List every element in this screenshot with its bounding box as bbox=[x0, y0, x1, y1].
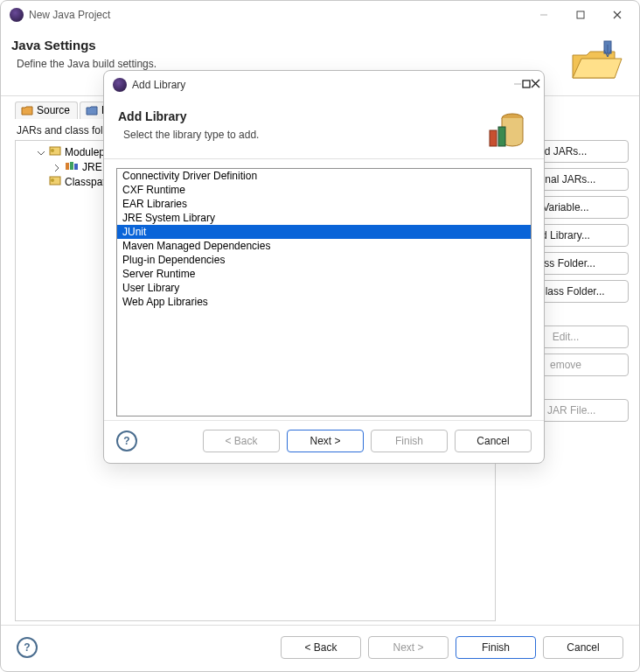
classpath-icon bbox=[49, 175, 61, 188]
wizard-title: Java Settings bbox=[11, 38, 567, 52]
add-library-dialog: Add Library Add Library Select the libra… bbox=[103, 70, 545, 464]
svg-point-8 bbox=[51, 178, 54, 182]
dialog-help-button[interactable]: ? bbox=[116, 430, 137, 452]
tab-label: Source bbox=[37, 104, 70, 116]
dialog-footer: ? < Back Next > Finish Cancel bbox=[104, 420, 544, 463]
expanded-twisty-icon[interactable] bbox=[37, 148, 45, 157]
library-list-item[interactable]: Maven Managed Dependencies bbox=[117, 239, 531, 253]
svg-rect-6 bbox=[74, 164, 78, 170]
svg-rect-4 bbox=[66, 163, 69, 170]
library-jar-icon bbox=[483, 106, 530, 150]
back-button[interactable]: < Back bbox=[281, 636, 361, 659]
source-folder-icon bbox=[21, 104, 33, 116]
cancel-button[interactable]: Cancel bbox=[543, 636, 623, 659]
wizard-footer: ? < Back Next > Finish Cancel bbox=[1, 625, 639, 671]
dialog-finish-button: Finish bbox=[371, 430, 448, 452]
wizard-subtitle: Define the Java build settings. bbox=[17, 58, 567, 70]
library-list-item[interactable]: CXF Runtime bbox=[117, 183, 531, 197]
folder-wizard-icon bbox=[567, 36, 623, 87]
dialog-titlebar: Add Library bbox=[104, 71, 544, 99]
dialog-minimize-button bbox=[513, 79, 522, 91]
library-list-item[interactable]: JRE System Library bbox=[117, 211, 531, 225]
dialog-maximize-button[interactable] bbox=[522, 79, 531, 91]
twisty-placeholder bbox=[37, 178, 45, 186]
dialog-cancel-button[interactable]: Cancel bbox=[455, 430, 532, 452]
library-type-list[interactable]: Connectivity Driver DefinitionCXF Runtim… bbox=[116, 168, 532, 416]
library-icon bbox=[65, 160, 79, 173]
svg-rect-11 bbox=[490, 130, 497, 146]
library-list-item[interactable]: Server Runtime bbox=[117, 267, 531, 281]
eclipse-icon bbox=[113, 78, 127, 92]
dialog-back-button: < Back bbox=[203, 430, 280, 452]
dialog-title: Add Library bbox=[127, 79, 513, 91]
collapsed-twisty-icon[interactable] bbox=[52, 163, 61, 172]
library-list-item[interactable]: EAR Libraries bbox=[117, 197, 531, 211]
help-button[interactable]: ? bbox=[17, 637, 38, 658]
eclipse-icon bbox=[10, 8, 24, 22]
next-button: Next > bbox=[368, 636, 449, 659]
svg-point-3 bbox=[51, 149, 54, 152]
close-button[interactable] bbox=[599, 3, 636, 27]
tab-source[interactable]: Source bbox=[15, 102, 78, 119]
svg-rect-5 bbox=[70, 162, 73, 170]
svg-rect-0 bbox=[577, 11, 584, 18]
modulepath-icon bbox=[49, 145, 61, 158]
projects-icon bbox=[86, 104, 98, 116]
library-list-item[interactable]: Web App Libraries bbox=[117, 295, 531, 309]
dialog-next-button[interactable]: Next > bbox=[287, 430, 364, 452]
svg-rect-9 bbox=[523, 80, 530, 88]
maximize-button[interactable] bbox=[562, 3, 599, 27]
library-list-item[interactable]: Connectivity Driver Definition bbox=[117, 169, 531, 183]
dialog-header-title: Add Library bbox=[118, 109, 483, 123]
dialog-header-subtitle: Select the library type to add. bbox=[123, 129, 483, 141]
svg-rect-12 bbox=[498, 127, 505, 146]
library-list-item[interactable]: User Library bbox=[117, 281, 531, 295]
dialog-header: Add Library Select the library type to a… bbox=[104, 99, 544, 159]
library-list-item[interactable]: Plug-in Dependencies bbox=[117, 253, 531, 267]
dialog-close-button[interactable] bbox=[531, 79, 540, 91]
library-list-item[interactable]: JUnit bbox=[117, 225, 531, 239]
main-titlebar: New Java Project bbox=[1, 1, 639, 29]
minimize-button bbox=[525, 3, 562, 27]
finish-button[interactable]: Finish bbox=[456, 636, 536, 659]
main-window-title: New Java Project bbox=[24, 9, 525, 21]
